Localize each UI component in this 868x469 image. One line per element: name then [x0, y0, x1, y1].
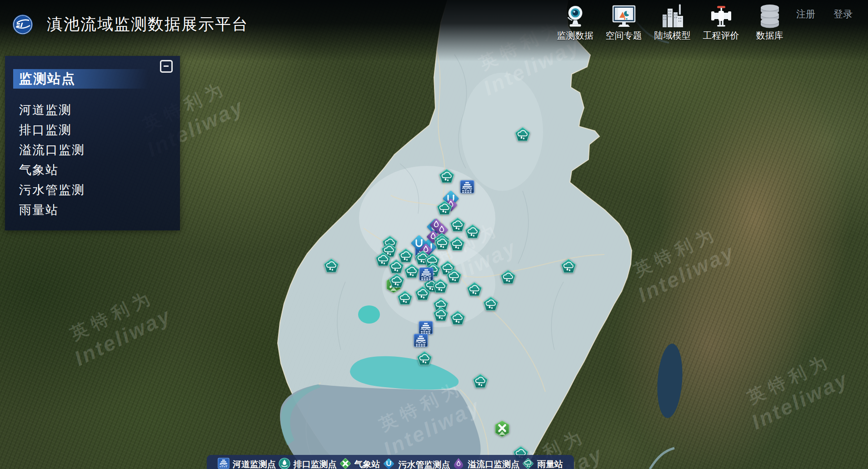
- map-marker-rain[interactable]: [515, 127, 530, 143]
- register-link[interactable]: 注册: [796, 8, 815, 20]
- panel-item-river-monitoring[interactable]: 河道监测: [19, 100, 180, 120]
- map-marker-rain[interactable]: [473, 374, 488, 390]
- panel-item-rain-gauge[interactable]: 雨量站: [19, 200, 180, 220]
- nav-item-monitoring-data[interactable]: 监测数据: [551, 2, 599, 42]
- panel-menu: 河道监测 排口监测 溢流口监测 气象站 污水管监测 雨量站: [19, 100, 180, 220]
- map-viewport[interactable]: 英特利为Inteliway英特利为Inteliway英特利为Inteliway英…: [0, 0, 868, 469]
- top-nav: 监测数据 空间专题: [551, 2, 794, 42]
- map-marker-rain[interactable]: [415, 286, 430, 302]
- panel-item-overflow-monitoring[interactable]: 溢流口监测: [19, 140, 180, 160]
- map-marker-rain[interactable]: [433, 307, 449, 323]
- panel-title: 监测站点: [13, 69, 148, 89]
- map-marker-rain[interactable]: [433, 279, 448, 295]
- map-marker-rain[interactable]: [467, 282, 482, 298]
- nav-label: 监测数据: [557, 30, 594, 42]
- panel-item-sewage-monitoring[interactable]: 污水管监测: [19, 180, 180, 200]
- login-link[interactable]: 登录: [833, 8, 853, 20]
- map-marker-rain[interactable]: [483, 296, 499, 313]
- panel-collapse-button[interactable]: [160, 60, 173, 73]
- sewage-marker-icon: [383, 458, 395, 469]
- pipe-valve-icon: [709, 2, 733, 28]
- map-marker-rain[interactable]: [434, 235, 450, 252]
- legend-item-overflow: 溢流口监测点: [453, 458, 519, 469]
- river-marker-icon: [218, 458, 229, 469]
- platform-logo: [12, 14, 33, 35]
- monitor-chart-icon: [611, 2, 637, 28]
- city-buildings-icon: [661, 2, 684, 28]
- map-marker-rain[interactable]: [397, 290, 413, 307]
- map-marker-rain[interactable]: [404, 264, 419, 280]
- map-marker-rain[interactable]: [389, 273, 404, 289]
- nav-item-land-model[interactable]: 陆域模型: [648, 2, 697, 42]
- legend-item-rain: 雨量站: [522, 458, 563, 469]
- map-marker-river[interactable]: [460, 180, 474, 195]
- outlet-marker-icon: [279, 458, 290, 469]
- panel-item-outlet-monitoring[interactable]: 排口监测: [19, 120, 180, 140]
- map-marker-rain[interactable]: [437, 200, 452, 217]
- map-marker-rain[interactable]: [417, 351, 432, 367]
- map-marker-rain[interactable]: [465, 224, 480, 240]
- map-marker-rain[interactable]: [446, 269, 462, 285]
- nav-item-spatial-themes[interactable]: 空间专题: [599, 2, 648, 42]
- auth-links: 注册 登录: [796, 8, 853, 20]
- map-marker-river[interactable]: [419, 267, 434, 283]
- monitoring-stations-panel: 监测站点 河道监测 排口监测 溢流口监测 气象站 污水管监测 雨量站: [5, 56, 180, 230]
- nav-item-database[interactable]: 数据库: [745, 2, 794, 42]
- nav-item-engineering-eval[interactable]: 工程评价: [697, 2, 745, 42]
- map-marker-rain[interactable]: [439, 169, 454, 185]
- legend-item-weather: 气象站: [339, 458, 380, 469]
- map-marker-rain[interactable]: [450, 310, 465, 327]
- database-icon: [758, 2, 782, 28]
- map-marker-rain[interactable]: [450, 217, 465, 234]
- map-marker-weather[interactable]: [494, 420, 510, 439]
- nav-label: 空间专题: [606, 30, 642, 42]
- weather-marker-icon: [339, 458, 351, 469]
- webcam-icon: [564, 2, 587, 28]
- nav-label: 数据库: [756, 30, 783, 42]
- map-legend: 河道监测点 排口监测点 气象站: [207, 455, 574, 469]
- legend-item-river: 河道监测点: [218, 458, 276, 469]
- map-marker-river[interactable]: [414, 334, 428, 349]
- page-title: 滇池流域监测数据展示平台: [47, 14, 249, 35]
- nav-label: 工程评价: [703, 30, 739, 42]
- legend-item-sewage: 污水管监测点: [383, 458, 450, 469]
- map-marker-rain[interactable]: [324, 258, 339, 274]
- panel-item-weather-station[interactable]: 气象站: [19, 160, 180, 180]
- map-marker-rain[interactable]: [561, 259, 576, 275]
- map-marker-rain[interactable]: [500, 269, 516, 286]
- legend-item-outlet: 排口监测点: [279, 458, 337, 469]
- rain-marker-icon: [522, 458, 534, 469]
- overflow-marker-icon: [453, 458, 464, 469]
- nav-label: 陆域模型: [654, 30, 691, 42]
- map-marker-rain[interactable]: [449, 236, 465, 253]
